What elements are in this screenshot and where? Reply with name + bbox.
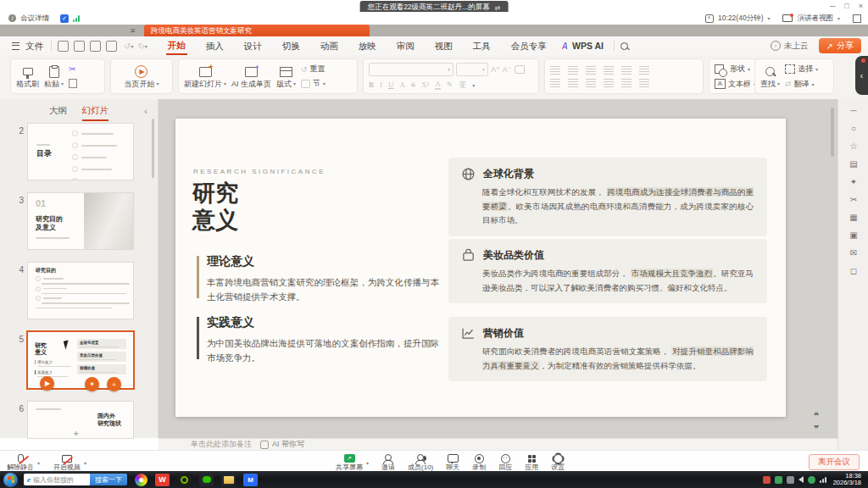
slide-5[interactable]: RESEARCH SIGNIFICANCE 研究 意义 理论意义 丰富跨境电商营…	[175, 119, 786, 417]
reactions-button[interactable]: 回应	[498, 453, 512, 471]
decrease-font-icon[interactable]: A⁻	[503, 65, 512, 74]
collapse-panel-icon[interactable]: ‹	[144, 106, 147, 116]
notes-placeholder[interactable]: 单击此处添加备注	[191, 439, 252, 450]
start-video-button[interactable]: 开启视频	[53, 453, 81, 471]
slide-thumbnail-3[interactable]: 01 研究目的 及意义	[28, 193, 133, 249]
wechat-app-icon[interactable]	[199, 474, 214, 486]
security-shield-icon[interactable]: ✓	[60, 14, 69, 23]
cloud-status-label[interactable]: 未上云	[784, 41, 809, 52]
file-menu[interactable]: 文件	[24, 37, 45, 54]
video-options-caret-icon[interactable]: ▴	[84, 459, 86, 465]
window-minimize-button[interactable]: ─	[830, 1, 835, 11]
copy-icon[interactable]	[69, 79, 77, 88]
leave-meeting-button[interactable]: 离开会议	[809, 454, 860, 470]
canvas-scrollbar[interactable]	[831, 108, 834, 157]
font-size-select[interactable]: ▾	[456, 63, 488, 76]
meeting-details-button[interactable]: 会议详情	[20, 14, 49, 24]
meeting-timer[interactable]: 10:22(40分钟)	[718, 14, 763, 24]
bold-button[interactable]: B	[369, 80, 374, 89]
wps-app-icon[interactable]: W	[155, 474, 170, 486]
tray-network-icon[interactable]	[820, 476, 826, 483]
font-family-select[interactable]: ▾	[369, 63, 453, 76]
start-button[interactable]	[3, 473, 18, 487]
next-slide-button[interactable]: ▾▾	[814, 423, 817, 430]
align-right-icon[interactable]	[586, 79, 596, 87]
textbox-button[interactable]: A文本框▾	[715, 79, 756, 90]
taskbar-search-input[interactable]: e 输入你想搜的	[24, 474, 90, 485]
tray-security-icon[interactable]	[808, 476, 815, 484]
line-spacing-icon[interactable]	[639, 79, 649, 87]
comment-panel-icon[interactable]: ◻	[847, 263, 860, 277]
document-tab[interactable]: 跨境电商美妆英语营销文案研究	[144, 25, 370, 36]
undo-icon[interactable]: ↺	[124, 42, 131, 51]
mute-options-caret-icon[interactable]: ▴	[37, 459, 40, 465]
window-close-button[interactable]: ×	[859, 1, 863, 11]
superscript-button[interactable]: X²	[421, 80, 429, 89]
tab-view[interactable]: 视图	[433, 37, 454, 54]
select-button[interactable]: 选择▾	[785, 64, 818, 75]
table-panel-icon[interactable]: ▦	[847, 210, 860, 224]
sidebar-scrollbar[interactable]	[152, 119, 154, 178]
tab-transition[interactable]: 切换	[281, 37, 302, 54]
invite-button[interactable]: 邀请	[381, 453, 395, 471]
align-left-icon[interactable]	[550, 79, 560, 87]
window-maximize-button[interactable]: □	[844, 1, 849, 11]
search-icon[interactable]	[620, 42, 628, 50]
export-icon[interactable]	[74, 41, 85, 52]
presenter-view-button[interactable]: 演讲者视图	[797, 14, 833, 24]
slide-thumbnail-6[interactable]: 国内外 研究现状	[28, 402, 133, 438]
section-button[interactable]: 节▾	[301, 78, 326, 89]
fullscreen-icon[interactable]	[853, 14, 861, 23]
clear-format-icon[interactable]	[515, 65, 525, 74]
share-screen-button[interactable]: ↗ 共享屏幕	[336, 453, 363, 471]
properties-icon[interactable]: ○	[847, 121, 860, 135]
format-painter-button[interactable]: 格式刷	[16, 64, 39, 88]
ai-generate-page-button[interactable]: AI 生成单页	[231, 64, 271, 88]
previous-slide-button[interactable]: ▴▴	[814, 409, 817, 417]
underline-button[interactable]: U	[388, 80, 394, 89]
decrease-indent-icon[interactable]	[586, 66, 596, 75]
sidebar-expand-handle[interactable]: ‹	[855, 56, 868, 95]
redo-icon[interactable]: ↻	[137, 42, 144, 51]
slide-thumbnail-4[interactable]: 研究目的	[28, 263, 133, 319]
mail-panel-icon[interactable]: ✉	[847, 246, 860, 259]
tab-slides[interactable]: 幻灯片	[82, 105, 109, 121]
justify-icon[interactable]	[604, 79, 614, 87]
beautify-panel-icon[interactable]: ✦	[847, 175, 860, 188]
tab-slideshow[interactable]: 放映	[357, 37, 378, 54]
highlight-button[interactable]: ✎	[447, 80, 453, 89]
switch-screen-icon[interactable]: ⇄	[495, 4, 501, 12]
taskbar-search-button[interactable]: 搜索一下	[90, 474, 127, 485]
numbered-list-icon[interactable]	[568, 66, 578, 75]
tab-member[interactable]: 会员专享	[509, 37, 548, 54]
thumbnail-play-button[interactable]: ▶	[40, 376, 54, 391]
members-button[interactable]: 成员(10)	[408, 453, 433, 471]
add-slide-button[interactable]: ＋	[71, 427, 81, 440]
clip-panel-icon[interactable]: ✂	[847, 192, 860, 206]
tab-review[interactable]: 审阅	[395, 37, 416, 54]
cut-icon[interactable]: ✂	[69, 64, 77, 74]
browser-app-icon[interactable]	[135, 474, 147, 486]
share-button[interactable]: ↗ 分享	[819, 38, 861, 53]
volume-icon[interactable]	[798, 476, 804, 483]
shape-button[interactable]: 形状▾	[715, 64, 750, 75]
reset-button[interactable]: ↺重置	[301, 64, 326, 75]
new-slide-button[interactable]: 新建幻灯片▾	[184, 64, 226, 88]
effects-icon[interactable]: ☆	[847, 139, 860, 152]
print-icon[interactable]	[90, 41, 101, 52]
shadow-button[interactable]: A	[400, 80, 406, 89]
redo-caret-icon[interactable]: ▾	[145, 43, 147, 49]
increase-font-icon[interactable]: A⁺	[491, 65, 500, 74]
tab-tools[interactable]: 工具	[471, 37, 492, 54]
align-center-icon[interactable]	[568, 79, 578, 87]
bullet-list-icon[interactable]	[550, 66, 560, 75]
columns-icon[interactable]	[621, 79, 632, 87]
translate-button[interactable]: ⇄翻译▾	[785, 79, 815, 90]
print-preview-icon[interactable]	[106, 41, 117, 52]
settings-button[interactable]: 设置	[551, 453, 565, 471]
record-button[interactable]: 录制	[472, 453, 486, 471]
save-icon[interactable]	[58, 41, 69, 52]
tab-animation[interactable]: 动画	[319, 37, 340, 54]
image-panel-icon[interactable]: ▣	[847, 228, 860, 241]
doc-menu-icon[interactable]: ≡	[131, 26, 135, 35]
